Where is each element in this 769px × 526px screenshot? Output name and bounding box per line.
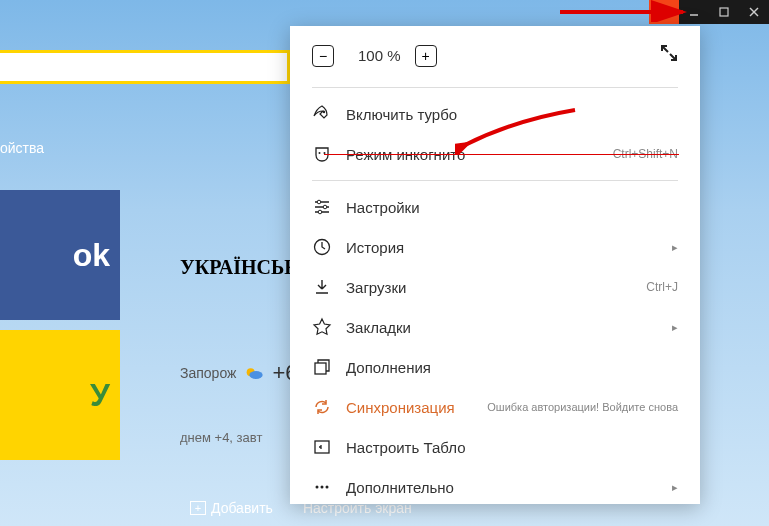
menu-shortcut: Ctrl+J xyxy=(646,280,678,294)
svg-rect-14 xyxy=(315,441,329,453)
city-label: Запорож xyxy=(180,365,236,381)
sync-error-text: Ошибка авторизации! Войдите снова xyxy=(487,401,678,413)
hamburger-menu-button[interactable] xyxy=(649,0,679,24)
window-titlebar xyxy=(649,0,769,24)
menu-item-синхронизация[interactable]: СинхронизацияОшибка авторизации! Войдите… xyxy=(290,387,700,427)
menu-item-настройки[interactable]: Настройки xyxy=(290,187,700,227)
menu-item-label: Загрузки xyxy=(346,279,406,296)
clock-icon xyxy=(312,237,332,257)
star-icon xyxy=(312,317,332,337)
svg-point-5 xyxy=(250,371,263,379)
dots-icon xyxy=(312,477,332,497)
menu-item-label: Включить турбо xyxy=(346,106,457,123)
svg-point-9 xyxy=(317,200,321,204)
menu-separator xyxy=(312,87,678,88)
zoom-out-button[interactable]: − xyxy=(312,45,334,67)
facebook-tile[interactable]: ok xyxy=(0,190,120,320)
fullscreen-button[interactable] xyxy=(660,44,678,67)
add-button[interactable]: +Добавить xyxy=(190,500,273,516)
menu-item-label: Синхронизация xyxy=(346,399,455,416)
stack-icon xyxy=(312,357,332,377)
day-temp: днем +4, завт xyxy=(180,430,262,445)
plus-icon: + xyxy=(190,501,206,515)
svg-point-10 xyxy=(323,205,327,209)
chevron-right-icon: ▸ xyxy=(672,321,678,334)
weather-icon xyxy=(244,363,264,383)
menu-item-дополнительно[interactable]: Дополнительно▸ xyxy=(290,467,700,507)
yellow-tile[interactable]: У xyxy=(0,330,120,460)
main-menu-dropdown: − 100 % + Включить турбоРежим инкогнитоC… xyxy=(290,26,700,504)
minimize-button[interactable] xyxy=(679,0,709,24)
svg-rect-1 xyxy=(720,8,728,16)
sliders-icon xyxy=(312,197,332,217)
svg-point-6 xyxy=(323,111,325,113)
svg-point-17 xyxy=(326,486,329,489)
menu-item-настроить-табло[interactable]: Настроить Табло xyxy=(290,427,700,467)
close-button[interactable] xyxy=(739,0,769,24)
chevron-right-icon: ▸ xyxy=(672,481,678,494)
menu-item-label: Закладки xyxy=(346,319,411,336)
menu-item-история[interactable]: История▸ xyxy=(290,227,700,267)
zoom-row: − 100 % + xyxy=(290,44,700,81)
svg-point-11 xyxy=(318,210,322,214)
sync-icon xyxy=(312,397,332,417)
maximize-button[interactable] xyxy=(709,0,739,24)
tablo-icon xyxy=(312,437,332,457)
svg-rect-13 xyxy=(315,363,326,374)
menu-separator xyxy=(312,180,678,181)
annotation-underline xyxy=(324,154,679,155)
chevron-right-icon: ▸ xyxy=(672,241,678,254)
menu-item-label: Настройки xyxy=(346,199,420,216)
zoom-in-button[interactable]: + xyxy=(415,45,437,67)
menu-item-закладки[interactable]: Закладки▸ xyxy=(290,307,700,347)
menu-item-label: Дополнения xyxy=(346,359,431,376)
menu-item-label: Настроить Табло xyxy=(346,439,465,456)
devices-text: ойства xyxy=(0,140,44,156)
weather-block: Запорож +6 xyxy=(180,360,297,386)
svg-point-16 xyxy=(321,486,324,489)
menu-item-label: История xyxy=(346,239,404,256)
menu-item-загрузки[interactable]: ЗагрузкиCtrl+J xyxy=(290,267,700,307)
menu-item-включить-турбо[interactable]: Включить турбо xyxy=(290,94,700,134)
tile-letters: У xyxy=(90,377,110,414)
svg-point-7 xyxy=(319,152,321,154)
rocket-icon xyxy=(312,104,332,124)
download-icon xyxy=(312,277,332,297)
search-bar[interactable] xyxy=(0,50,290,84)
menu-item-дополнения[interactable]: Дополнения xyxy=(290,347,700,387)
svg-point-15 xyxy=(316,486,319,489)
zoom-level-label: 100 % xyxy=(358,47,401,64)
menu-item-label: Дополнительно xyxy=(346,479,454,496)
tile-letters: ok xyxy=(73,237,110,274)
